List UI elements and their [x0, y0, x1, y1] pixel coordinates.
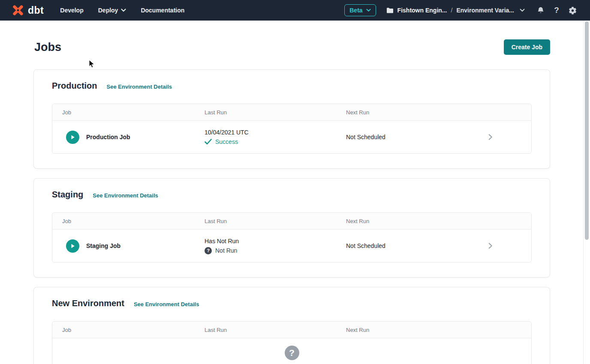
last-run-status: ? Not Run: [205, 247, 346, 254]
chevron-down-icon: [520, 9, 525, 12]
nav-item-deploy-label: Deploy: [98, 7, 118, 14]
last-run-date: Has Not Run: [205, 238, 346, 245]
column-header-next-run: Next Run: [346, 327, 531, 333]
breadcrumb-org: Fishtown Engin...: [397, 7, 447, 14]
brand-name: dbt: [28, 5, 44, 16]
chevron-down-icon: [121, 9, 126, 12]
job-name: Production Job: [86, 134, 130, 140]
breadcrumb-current: Environment Varia...: [456, 7, 514, 14]
environment-header: Staging See Environment Details: [52, 190, 532, 200]
column-header-job: Job: [52, 218, 205, 224]
see-environment-details-link[interactable]: See Environment Details: [93, 192, 158, 199]
check-icon: [205, 139, 212, 145]
next-run-cell: Not Scheduled: [346, 242, 531, 249]
environment-name: Staging: [52, 190, 83, 200]
jobs-table-header: Job Last Run Next Run: [52, 213, 531, 230]
help-icon[interactable]: ?: [552, 6, 561, 15]
empty-jobs-row: ?: [52, 338, 531, 364]
status-text: Not Run: [215, 247, 237, 254]
job-name: Staging Job: [86, 242, 120, 249]
chevron-down-icon: [366, 9, 371, 12]
breadcrumb-separator: /: [451, 7, 453, 14]
see-environment-details-link[interactable]: See Environment Details: [107, 84, 172, 90]
dbt-logo-icon: [11, 3, 25, 17]
notifications-bell-icon[interactable]: [536, 6, 545, 15]
settings-gear-icon[interactable]: [568, 6, 577, 15]
last-run-status: Success: [205, 138, 346, 145]
status-text: Success: [215, 138, 238, 145]
nav-item-documentation[interactable]: Documentation: [141, 7, 184, 14]
column-header-next-run: Next Run: [346, 218, 531, 224]
page-title: Jobs: [34, 41, 61, 54]
folder-icon: [386, 7, 394, 14]
vertical-scrollbar-track[interactable]: [583, 21, 590, 364]
question-circle-icon: ?: [205, 247, 212, 254]
job-cell: Staging Job: [52, 239, 205, 253]
see-environment-details-link[interactable]: See Environment Details: [134, 301, 199, 307]
environment-name: Production: [52, 81, 97, 91]
jobs-table-header: Job Last Run Next Run: [52, 104, 531, 121]
job-row-staging[interactable]: Staging Job Has Not Run ? Not Run Not Sc…: [52, 230, 531, 262]
question-circle-icon: ?: [285, 346, 299, 360]
run-job-play-button[interactable]: [66, 131, 79, 144]
jobs-table: Job Last Run Next Run Staging Job Has No…: [52, 212, 532, 263]
environment-header: New Environment See Environment Details: [52, 298, 532, 308]
next-run-cell: Not Scheduled: [346, 134, 531, 140]
environment-name: New Environment: [52, 298, 124, 308]
environment-card-production: Production See Environment Details Job L…: [33, 69, 550, 169]
dbt-logo[interactable]: dbt: [11, 3, 44, 17]
nav-item-deploy[interactable]: Deploy: [98, 7, 126, 14]
page-header: Jobs Create Job: [34, 39, 550, 55]
job-cell: Production Job: [52, 131, 205, 144]
nav-item-documentation-label: Documentation: [141, 7, 184, 14]
nav-right: Beta Fishtown Engin... / Environment Var…: [344, 4, 577, 16]
vertical-scrollbar-thumb[interactable]: [585, 21, 589, 240]
column-header-last-run: Last Run: [205, 109, 346, 116]
last-run-cell: Has Not Run ? Not Run: [205, 238, 346, 254]
column-header-next-run: Next Run: [346, 109, 531, 116]
environment-card-new-environment: New Environment See Environment Details …: [33, 287, 550, 364]
nav-icon-group: ?: [536, 6, 577, 15]
column-header-job: Job: [52, 327, 205, 333]
create-job-button[interactable]: Create Job: [504, 39, 550, 55]
job-row-production[interactable]: Production Job 10/04/2021 UTC Success No…: [52, 121, 531, 153]
chevron-right-icon[interactable]: [487, 134, 494, 140]
play-icon: [70, 243, 75, 249]
last-run-date: 10/04/2021 UTC: [205, 129, 346, 136]
beta-dropdown-button[interactable]: Beta: [344, 4, 376, 16]
jobs-table-header: Job Last Run Next Run: [52, 322, 531, 338]
last-run-cell: 10/04/2021 UTC Success: [205, 129, 346, 145]
column-header-job: Job: [52, 109, 205, 116]
jobs-table: Job Last Run Next Run ?: [52, 321, 532, 364]
environment-card-staging: Staging See Environment Details Job Last…: [33, 178, 550, 277]
column-header-last-run: Last Run: [205, 218, 346, 224]
chevron-right-icon[interactable]: [487, 242, 494, 249]
project-breadcrumb[interactable]: Fishtown Engin... / Environment Varia...: [386, 7, 525, 14]
jobs-table: Job Last Run Next Run Production Job 10/…: [52, 104, 532, 154]
play-icon: [70, 134, 75, 140]
run-job-play-button[interactable]: [66, 239, 79, 253]
column-header-last-run: Last Run: [205, 327, 346, 333]
top-nav: dbt Develop Deploy Documentation Beta Fi…: [0, 0, 590, 21]
nav-item-develop[interactable]: Develop: [60, 7, 83, 14]
nav-links: Develop Deploy Documentation: [60, 7, 184, 14]
mouse-cursor: [88, 60, 95, 70]
nav-item-develop-label: Develop: [60, 7, 83, 14]
beta-label: Beta: [349, 7, 362, 14]
environment-header: Production See Environment Details: [52, 81, 532, 91]
